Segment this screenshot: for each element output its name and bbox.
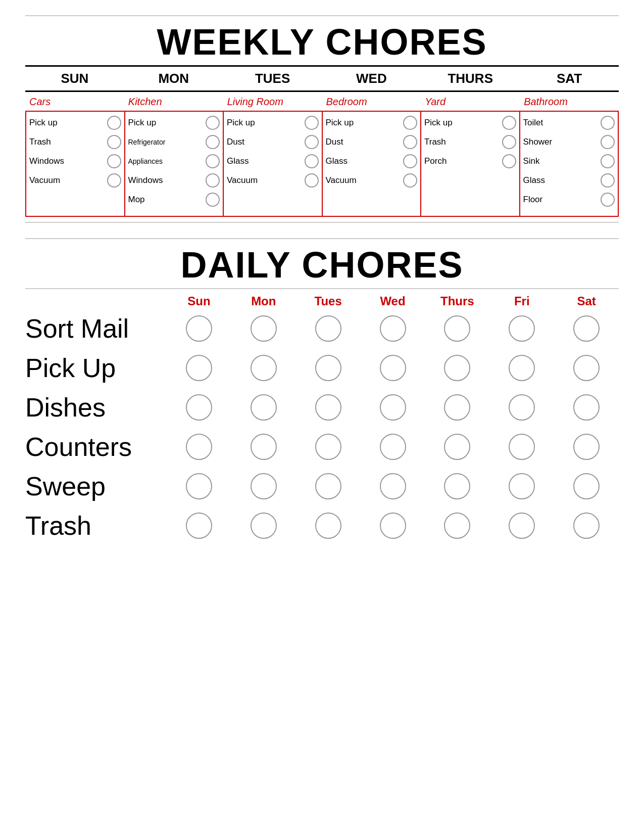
- daily-checkbox[interactable]: [380, 473, 406, 499]
- checkbox-circle[interactable]: [601, 154, 615, 168]
- checkbox-circle[interactable]: [206, 154, 220, 168]
- daily-checkbox[interactable]: [380, 394, 406, 421]
- daily-checkbox[interactable]: [573, 434, 600, 460]
- chore-item: Glass: [523, 173, 615, 188]
- daily-checkbox[interactable]: [251, 513, 277, 539]
- chore-counters: Counters: [25, 432, 167, 462]
- daily-checkbox[interactable]: [186, 513, 212, 539]
- daily-checkbox[interactable]: [186, 315, 212, 342]
- chore-item: Vacuum: [227, 173, 319, 188]
- daily-day-sun: Sun: [167, 294, 231, 308]
- cat-bathroom: Bathroom: [520, 96, 619, 108]
- checkbox-circle[interactable]: [206, 193, 220, 207]
- daily-row-counters: Counters: [25, 432, 619, 462]
- daily-checkbox[interactable]: [251, 315, 277, 342]
- checkbox-circle[interactable]: [601, 135, 615, 149]
- daily-checkbox[interactable]: [573, 315, 600, 342]
- daily-day-fri: Fri: [489, 294, 554, 308]
- day-wed: WED: [322, 71, 421, 86]
- checkbox-circle[interactable]: [403, 154, 417, 168]
- sun-col: Pick up Trash Windows Vacuum: [26, 112, 125, 216]
- daily-checkbox[interactable]: [186, 355, 212, 381]
- checkbox-circle[interactable]: [403, 116, 417, 130]
- checkbox-circle[interactable]: [206, 173, 220, 188]
- daily-days-cols: Sun Mon Tues Wed Thurs Fri Sat: [167, 294, 619, 308]
- daily-checkbox[interactable]: [380, 315, 406, 342]
- checkbox-circle[interactable]: [502, 154, 516, 168]
- daily-checkbox[interactable]: [444, 434, 470, 460]
- daily-separator: [25, 288, 619, 289]
- daily-checkbox[interactable]: [509, 315, 535, 342]
- chore-item: Shower: [523, 135, 615, 149]
- daily-checkbox[interactable]: [509, 355, 535, 381]
- checkbox-circle[interactable]: [601, 193, 615, 207]
- daily-checkbox[interactable]: [380, 434, 406, 460]
- daily-day-thurs: Thurs: [425, 294, 489, 308]
- checkbox-circle[interactable]: [403, 135, 417, 149]
- daily-checkbox[interactable]: [509, 513, 535, 539]
- daily-checkbox[interactable]: [251, 473, 277, 499]
- checkbox-circle[interactable]: [305, 173, 319, 188]
- daily-checkbox[interactable]: [315, 434, 341, 460]
- daily-checkbox[interactable]: [444, 394, 470, 421]
- chore-item: Windows: [128, 173, 220, 188]
- chore-item: Sink: [523, 154, 615, 168]
- daily-day-sat: Sat: [554, 294, 619, 308]
- daily-checkbox[interactable]: [251, 434, 277, 460]
- daily-checkbox[interactable]: [315, 513, 341, 539]
- daily-checkbox[interactable]: [186, 434, 212, 460]
- checkbox-circle[interactable]: [502, 135, 516, 149]
- checkbox-circle[interactable]: [107, 173, 121, 188]
- checkbox-circle[interactable]: [107, 154, 121, 168]
- daily-checkbox[interactable]: [315, 394, 341, 421]
- chore-item: Pick up: [29, 116, 121, 130]
- daily-checkbox[interactable]: [509, 394, 535, 421]
- wed-col: Pick up Dust Glass Vacuum: [323, 112, 422, 216]
- checkbox-circle[interactable]: [601, 173, 615, 188]
- daily-checkbox[interactable]: [315, 355, 341, 381]
- daily-checkbox[interactable]: [573, 473, 600, 499]
- checkbox-circle[interactable]: [305, 135, 319, 149]
- day-sat: SAT: [520, 71, 619, 86]
- checkbox-circle[interactable]: [502, 116, 516, 130]
- daily-checkbox[interactable]: [186, 473, 212, 499]
- chore-trash: Trash: [25, 511, 167, 541]
- daily-checkbox[interactable]: [444, 355, 470, 381]
- daily-checkbox[interactable]: [573, 394, 600, 421]
- checkbox-circle[interactable]: [601, 116, 615, 130]
- checkbox-circle[interactable]: [107, 135, 121, 149]
- daily-checkbox[interactable]: [509, 434, 535, 460]
- daily-checkbox[interactable]: [251, 355, 277, 381]
- daily-checkbox[interactable]: [186, 394, 212, 421]
- daily-checkbox[interactable]: [251, 394, 277, 421]
- checkbox-circle[interactable]: [206, 116, 220, 130]
- chore-item: Windows: [29, 154, 121, 168]
- daily-checkbox[interactable]: [444, 473, 470, 499]
- day-sun: SUN: [25, 71, 124, 86]
- weekly-chores-grid: Pick up Trash Windows Vacuum Pick up: [25, 111, 619, 217]
- checkbox-circle[interactable]: [305, 116, 319, 130]
- counters-circles: [167, 434, 619, 460]
- chore-sweep: Sweep: [25, 471, 167, 501]
- daily-checkbox[interactable]: [573, 513, 600, 539]
- daily-checkbox[interactable]: [380, 513, 406, 539]
- mon-col: Pick up Refrigerator Appliances Windows …: [125, 112, 224, 216]
- daily-checkbox[interactable]: [315, 473, 341, 499]
- categories-row: Cars Kitchen Living Room Bedroom Yard Ba…: [25, 96, 619, 108]
- daily-checkbox[interactable]: [509, 473, 535, 499]
- checkbox-circle[interactable]: [107, 116, 121, 130]
- chore-item: Refrigerator: [128, 135, 220, 149]
- daily-checkbox[interactable]: [444, 513, 470, 539]
- daily-checkbox[interactable]: [380, 355, 406, 381]
- checkbox-circle[interactable]: [206, 135, 220, 149]
- daily-day-tues: Tues: [296, 294, 361, 308]
- checkbox-circle[interactable]: [305, 154, 319, 168]
- checkbox-circle[interactable]: [403, 173, 417, 188]
- daily-checkbox[interactable]: [444, 315, 470, 342]
- daily-checkbox[interactable]: [573, 355, 600, 381]
- cat-yard: Yard: [421, 96, 520, 108]
- daily-checkbox[interactable]: [315, 315, 341, 342]
- cat-kitchen: Kitchen: [124, 96, 223, 108]
- daily-row-sweep: Sweep: [25, 471, 619, 501]
- daily-day-mon: Mon: [231, 294, 296, 308]
